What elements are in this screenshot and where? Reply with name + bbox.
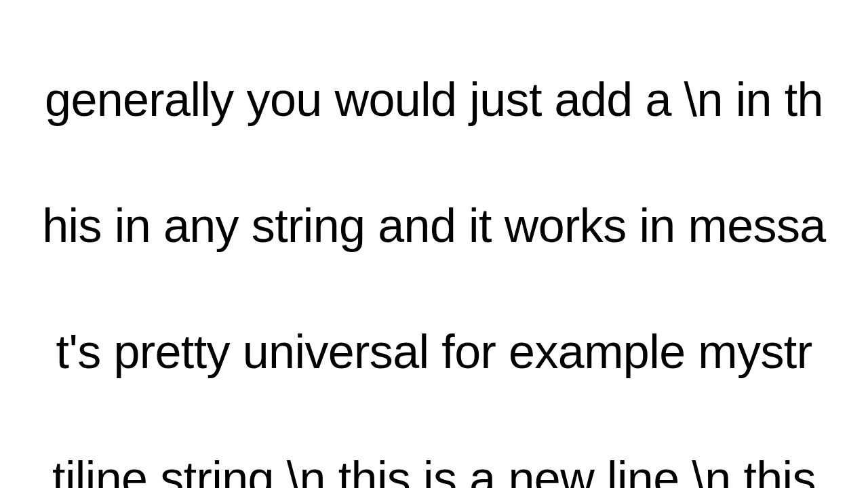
text-line-3: t's pretty universal for example mystr: [56, 325, 812, 378]
page-viewport: generally you would just add a \n in th …: [0, 0, 868, 488]
text-line-4: tiline string \n this is a new line \n t…: [52, 452, 816, 488]
text-line-1: generally you would just add a \n in th: [45, 73, 823, 126]
body-text: generally you would just add a \n in th …: [0, 5, 868, 488]
text-line-2: his in any string and it works in messa: [42, 199, 825, 252]
